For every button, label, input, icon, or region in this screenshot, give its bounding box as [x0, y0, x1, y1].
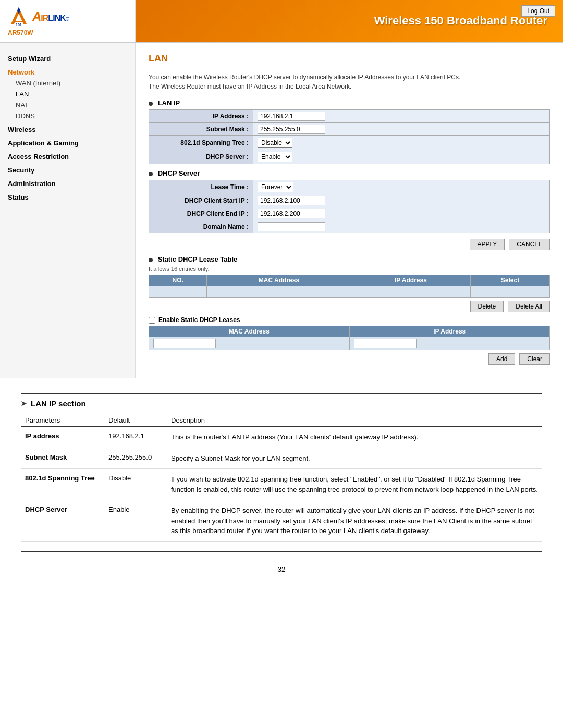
bullet-icon	[149, 102, 153, 106]
param-row: Subnet Mask255.255.255.0Specify a Subnet…	[21, 448, 542, 469]
sidebar-item-wireless[interactable]: Wireless	[0, 121, 135, 135]
param-name: Subnet Mask	[21, 448, 104, 469]
apply-cancel-row: APPLY CANCEL	[149, 239, 550, 250]
sidebar-item-app-gaming[interactable]: Application & Gaming	[0, 135, 135, 149]
sidebar-item-setup-wizard[interactable]: Setup Wizard	[0, 51, 135, 64]
static-dhcp-section: Static DHCP Lease Table It allows 16 ent…	[149, 255, 550, 365]
clear-button[interactable]: Clear	[519, 353, 550, 365]
dhcp-server-row: DHCP Server : Enable Disable	[149, 150, 550, 164]
ip-address-row: IP Address :	[149, 110, 550, 123]
add-clear-row: Add Clear	[149, 353, 550, 365]
table-row	[149, 286, 550, 298]
enable-static-checkbox[interactable]	[149, 317, 155, 324]
sidebar-item-ddns[interactable]: DDNS	[0, 110, 135, 121]
param-name: DHCP Server	[21, 500, 104, 542]
col-header-default: Default	[104, 414, 167, 427]
static-input-row	[149, 337, 550, 350]
param-row: 802.1d Spanning TreeDisableIf you wish t…	[21, 469, 542, 500]
param-default: Disable	[104, 469, 167, 500]
col-ip: IP Address	[351, 275, 470, 286]
static-mac-input[interactable]	[153, 339, 216, 348]
add-button[interactable]: Add	[488, 353, 515, 365]
logo-brand: AIRLINK®	[32, 8, 69, 24]
static-input-table: MAC Address IP Address	[149, 326, 550, 350]
model-number: AR570W	[8, 29, 33, 36]
param-default: Enable	[104, 500, 167, 542]
dhcp-server-label: DHCP Server :	[149, 150, 253, 164]
ip-address-label: IP Address :	[149, 110, 253, 123]
svg-text:101: 101	[16, 23, 22, 27]
col-mac: MAC Address	[207, 275, 351, 286]
spanning-tree-row: 802.1d Spanning Tree : Disable Enable	[149, 136, 550, 150]
input-col-ip: IP Address	[349, 326, 550, 337]
param-desc: Specify a Subnet Mask for your LAN segme…	[167, 448, 542, 469]
col-header-params: Parameters	[21, 414, 104, 427]
sidebar-item-wan[interactable]: WAN (Internet)	[0, 78, 135, 89]
bullet-icon-2	[149, 172, 153, 176]
lan-ip-section-heading: LAN IP section	[21, 399, 542, 408]
logout-button[interactable]: Log Out	[521, 5, 555, 17]
param-desc: This is the router's LAN IP address (You…	[167, 427, 542, 448]
subnet-mask-label: Subnet Mask :	[149, 123, 253, 136]
sidebar: Setup Wizard Network WAN (Internet) LAN …	[0, 43, 136, 378]
page-title: LAN	[149, 53, 168, 67]
cancel-button[interactable]: CANCEL	[509, 239, 550, 250]
page-number: 32	[0, 558, 563, 581]
lan-ip-form: IP Address : Subnet Mask : 802.1d Spanni…	[149, 109, 550, 164]
sidebar-item-administration[interactable]: Administration	[0, 176, 135, 189]
param-default: 192.168.2.1	[104, 427, 167, 448]
ip-address-input[interactable]	[258, 112, 325, 121]
dhcp-end-label: DHCP Client End IP :	[149, 207, 253, 220]
delete-row: Delete Delete All	[149, 301, 550, 312]
dhcp-end-row: DHCP Client End IP :	[149, 207, 550, 220]
static-dhcp-note: It allows 16 entries only.	[149, 266, 550, 272]
dhcp-server-select[interactable]: Enable Disable	[258, 152, 292, 162]
logo-area: 101 AIRLINK® AR570W	[0, 0, 136, 42]
col-header-desc: Description	[167, 414, 542, 427]
airlink-logo-icon: 101	[8, 5, 30, 27]
domain-name-row: Domain Name :	[149, 220, 550, 233]
dhcp-form: Lease Time : Forever 1 Hour 2 Hours DHCP…	[149, 180, 550, 233]
main-content: LAN You can enable the Wireless Router's…	[136, 43, 563, 378]
dhcp-start-input[interactable]	[258, 196, 325, 205]
description: You can enable the Wireless Router's DHC…	[149, 72, 550, 91]
static-dhcp-title: Static DHCP Lease Table	[158, 255, 238, 263]
param-name: IP address	[21, 427, 104, 448]
sidebar-item-access-restriction[interactable]: Access Restriction	[0, 149, 135, 162]
bullet-icon-3	[149, 258, 153, 262]
input-col-mac: MAC Address	[149, 326, 350, 337]
subnet-mask-input[interactable]	[258, 125, 325, 134]
param-name: 802.1d Spanning Tree	[21, 469, 104, 500]
static-dhcp-title-label: Static DHCP Lease Table	[149, 255, 550, 263]
sidebar-item-security[interactable]: Security	[0, 162, 135, 176]
dhcp-start-row: DHCP Client Start IP :	[149, 194, 550, 207]
spanning-tree-label: 802.1d Spanning Tree :	[149, 136, 253, 150]
delete-all-button[interactable]: Delete All	[508, 301, 550, 312]
enable-static-label: Enable Static DHCP Leases	[158, 316, 240, 324]
lease-time-select[interactable]: Forever 1 Hour 2 Hours	[258, 182, 293, 192]
col-select: Select	[471, 275, 550, 286]
section-separator	[21, 393, 542, 394]
parameters-table: Parameters Default Description IP addres…	[21, 414, 542, 542]
col-no: NO.	[149, 275, 207, 286]
apply-button[interactable]: APPLY	[470, 239, 505, 250]
sidebar-item-status[interactable]: Status	[0, 189, 135, 203]
domain-name-input[interactable]	[258, 222, 325, 231]
static-ip-input[interactable]	[354, 339, 417, 348]
lease-time-row: Lease Time : Forever 1 Hour 2 Hours	[149, 180, 550, 194]
dhcp-start-label: DHCP Client Start IP :	[149, 194, 253, 207]
params-section-wrapper: LAN IP section Parameters Default Descri…	[0, 378, 563, 552]
enable-static-row: Enable Static DHCP Leases	[149, 316, 550, 324]
section-separator-2	[21, 551, 542, 552]
dhcp-end-input[interactable]	[258, 209, 325, 218]
param-desc: If you wish to activate 802.1d spanning …	[167, 469, 542, 500]
lease-time-label: Lease Time :	[149, 180, 253, 194]
param-default: 255.255.255.0	[104, 448, 167, 469]
lan-ip-label: LAN IP	[149, 99, 550, 107]
sidebar-item-nat[interactable]: NAT	[0, 100, 135, 110]
sidebar-item-network[interactable]: Network	[0, 64, 135, 78]
sidebar-item-lan[interactable]: LAN	[0, 89, 135, 100]
spanning-tree-select[interactable]: Disable Enable	[258, 138, 292, 148]
svg-rect-2	[13, 21, 25, 22]
delete-button[interactable]: Delete	[470, 301, 504, 312]
